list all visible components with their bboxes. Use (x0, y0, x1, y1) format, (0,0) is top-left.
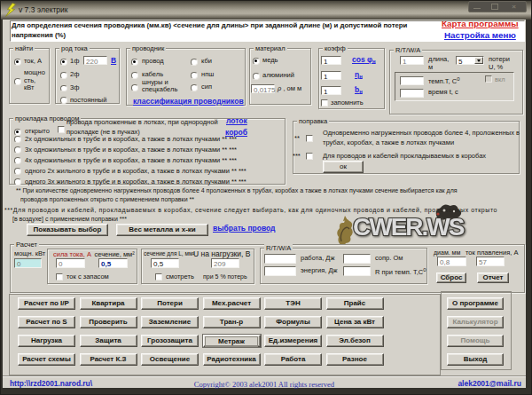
svg-text:CWER.WS: CWER.WS (353, 213, 465, 241)
